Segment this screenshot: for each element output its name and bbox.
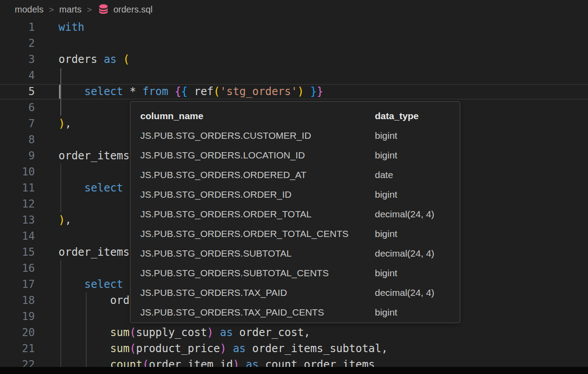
popup-cell-data-type: decimal(24, 4)	[375, 209, 450, 220]
line-number[interactable]: 6	[0, 100, 35, 116]
line-number[interactable]: 3	[0, 51, 35, 67]
popup-cell-column-name: JS.PUB.STG_ORDERS.TAX_PAID	[140, 287, 375, 298]
code-line-text: count(order_item_id) as count_order_item…	[35, 357, 375, 367]
code-token: }	[317, 85, 323, 98]
code-line[interactable]: 2	[0, 35, 588, 51]
popup-cell-column-name: JS.PUB.STG_ORDERS.SUBTOTAL	[140, 248, 375, 259]
database-icon	[97, 4, 109, 15]
line-number[interactable]: 14	[0, 228, 35, 244]
code-token: ord	[59, 294, 130, 307]
line-number[interactable]: 9	[0, 148, 35, 164]
code-line-text: sum(product_price) as order_items_subtot…	[35, 341, 388, 357]
code-line-text	[35, 260, 59, 276]
line-number[interactable]: 8	[0, 132, 35, 148]
line-number[interactable]: 16	[0, 260, 35, 276]
line-number[interactable]: 7	[0, 116, 35, 132]
breadcrumb-item-file[interactable]: orders.sql	[97, 4, 153, 15]
popup-cell-data-type: bigint	[375, 189, 450, 200]
code-token: select	[84, 278, 123, 291]
code-line-text	[35, 132, 59, 148]
code-token: (	[130, 326, 136, 339]
popup-cell-column-name: JS.PUB.STG_ORDERS.ORDER_TOTAL	[140, 209, 375, 220]
popup-row: JS.PUB.STG_ORDERS.TAX_PAIDdecimal(24, 4)	[140, 283, 450, 303]
breadcrumb-item-marts[interactable]: marts	[59, 4, 82, 15]
code-line-text	[35, 67, 59, 83]
code-line-text	[35, 228, 59, 244]
line-number[interactable]: 13	[0, 212, 35, 228]
code-line-text: with	[35, 19, 84, 35]
code-token	[117, 53, 123, 66]
code-token	[227, 342, 233, 355]
line-number[interactable]: 20	[0, 324, 35, 341]
text-cursor	[59, 85, 60, 99]
code-line[interactable]: 21 sum(product_price) as order_items_sub…	[0, 341, 588, 357]
line-number[interactable]: 17	[0, 276, 35, 292]
code-token: {	[181, 85, 188, 98]
breadcrumb-item-models[interactable]: models	[15, 4, 43, 15]
column-info-popup: column_name data_type JS.PUB.STG_ORDERS.…	[130, 101, 460, 323]
code-token	[168, 85, 175, 98]
line-number[interactable]: 22	[0, 357, 35, 367]
popup-cell-column-name: JS.PUB.STG_ORDERS.ORDER_TOTAL_CENTS	[140, 229, 375, 239]
code-token: orders	[59, 53, 104, 66]
code-token: )	[220, 342, 226, 355]
line-number[interactable]: 11	[0, 180, 35, 196]
code-token: product_price	[136, 342, 220, 355]
line-number[interactable]: 2	[0, 35, 35, 51]
popup-row: JS.PUB.STG_ORDERS.LOCATION_IDbigint	[140, 145, 450, 165]
code-token: )	[298, 85, 304, 98]
code-line-text	[35, 196, 59, 212]
line-number[interactable]: 12	[0, 196, 35, 212]
code-line-text: select * from {{ ref('stg_orders') }}	[35, 83, 323, 100]
line-number[interactable]: 10	[0, 164, 35, 180]
editor-window: models > marts > orders.sql 1with23order…	[0, 0, 588, 374]
popup-row: JS.PUB.STG_ORDERS.SUBTOTALdecimal(24, 4)	[140, 244, 450, 263]
code-line[interactable]: 3orders as (	[0, 51, 588, 67]
code-line[interactable]: 20 sum(supply_cost) as order_cost,	[0, 324, 588, 341]
line-number[interactable]: 5	[0, 83, 35, 100]
code-token: count_order_items	[259, 358, 375, 367]
code-token: order_cost,	[233, 326, 310, 339]
line-number[interactable]: 19	[0, 308, 35, 324]
code-token	[188, 85, 194, 98]
line-number[interactable]: 4	[0, 67, 35, 83]
code-line-text: ),	[35, 212, 71, 228]
breadcrumb: models > marts > orders.sql	[0, 0, 588, 19]
popup-cell-data-type: bigint	[375, 130, 450, 141]
code-token: count	[110, 358, 143, 367]
code-token: {	[175, 85, 181, 98]
code-token: with	[59, 21, 84, 33]
popup-row: JS.PUB.STG_ORDERS.TAX_PAID_CENTSbigint	[140, 303, 450, 322]
code-line[interactable]: 5 select * from {{ ref('stg_orders') }}	[0, 83, 588, 100]
code-token: as	[233, 342, 246, 355]
code-token: )	[233, 358, 239, 367]
code-token: ,	[65, 214, 71, 226]
line-number[interactable]: 1	[0, 19, 35, 35]
code-line-text: order_items	[35, 244, 130, 260]
code-line-text: order_items	[35, 148, 130, 164]
code-token: sum	[110, 342, 130, 355]
popup-cell-column-name: JS.PUB.STG_ORDERS.ORDERED_AT	[140, 170, 375, 180]
code-token: order_item_id	[149, 358, 233, 367]
popup-cell-column-name: JS.PUB.STG_ORDERS.LOCATION_ID	[140, 150, 375, 161]
line-number[interactable]: 21	[0, 341, 35, 357]
code-line-text: orders as (	[35, 51, 130, 67]
code-line-text: ord	[35, 292, 130, 308]
code-token: (	[123, 53, 130, 66]
code-token: order_items_subtotal,	[246, 342, 388, 355]
code-token	[136, 85, 142, 98]
code-token: order_items	[59, 150, 130, 162]
code-token	[123, 85, 130, 98]
line-number[interactable]: 18	[0, 292, 35, 308]
code-line[interactable]: 22 count(order_item_id) as count_order_i…	[0, 357, 588, 367]
code-line-text: select	[35, 180, 123, 196]
code-line-text: sum(supply_cost) as order_cost,	[35, 324, 311, 341]
line-number[interactable]: 15	[0, 244, 35, 260]
code-line[interactable]: 4	[0, 67, 588, 83]
code-token	[239, 358, 246, 367]
popup-cell-data-type: bigint	[375, 307, 450, 318]
breadcrumb-file-label: orders.sql	[113, 4, 153, 15]
code-token: from	[143, 85, 168, 98]
code-line[interactable]: 1with	[0, 19, 588, 35]
code-token: ,	[65, 117, 71, 130]
